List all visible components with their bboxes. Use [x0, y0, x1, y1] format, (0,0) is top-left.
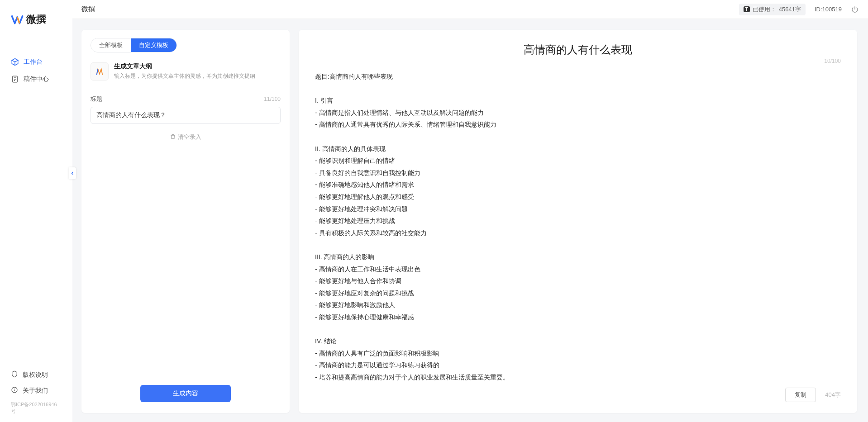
usage-label: 已使用： [753, 5, 776, 14]
user-id: ID:100519 [815, 6, 842, 13]
nav-item-label: 版权说明 [23, 371, 48, 379]
nav-item-label: 关于我们 [23, 387, 48, 395]
sidebar-collapse-button[interactable] [69, 167, 76, 179]
result-body: 题目:高情商的人有哪些表现 I. 引言 - 高情商是指人们处理情绪、与他人互动以… [315, 71, 841, 383]
nav-item-workbench[interactable]: 工作台 [0, 53, 72, 71]
shield-icon [11, 370, 18, 379]
logo-mark-icon [11, 13, 24, 26]
nav-item-drafts[interactable]: 稿件中心 [0, 71, 72, 88]
doc-icon [11, 75, 19, 83]
main: 微撰 T 已使用：45641字 ID:100519 全部模板 自定义模板 [72, 0, 868, 422]
usage-value: 45641字 [779, 5, 801, 14]
nav-item-copyright[interactable]: 版权说明 [0, 367, 72, 383]
result-panel: 高情商的人有什么表现 10/100 题目:高情商的人有哪些表现 I. 引言 - … [299, 30, 857, 413]
tab-all-templates[interactable]: 全部模板 [91, 38, 131, 52]
title-input[interactable] [91, 107, 281, 124]
page-title: 微撰 [81, 5, 95, 14]
nav-item-label: 工作台 [24, 58, 43, 66]
result-title-count: 10/100 [824, 58, 841, 64]
cube-icon [11, 58, 19, 66]
field-char-count: 11/100 [264, 96, 281, 102]
sidebar-bottom: 版权说明 关于我们 鄂ICP备2022016946号 [0, 367, 72, 422]
tab-custom-templates[interactable]: 自定义模板 [131, 38, 176, 52]
brand-logo: 微撰 [0, 0, 72, 35]
icp-text: 鄂ICP备2022016946号 [0, 398, 72, 417]
template-thumb-icon [91, 62, 109, 81]
brand-name: 微撰 [26, 13, 46, 26]
primary-nav: 工作台 稿件中心 [0, 35, 72, 367]
template-title: 生成文章大纲 [114, 62, 281, 71]
clear-input-button[interactable]: 清空录入 [91, 133, 281, 141]
template-tabs: 全部模板 自定义模板 [91, 38, 177, 52]
nav-item-label: 稿件中心 [24, 75, 49, 83]
trash-icon [170, 133, 176, 141]
text-count-icon: T [744, 6, 750, 12]
usage-badge: T 已使用：45641字 [739, 4, 806, 15]
copy-button[interactable]: 复制 [785, 388, 816, 402]
title-field: 标题 11/100 [91, 95, 281, 124]
result-word-count: 404字 [825, 391, 841, 399]
input-panel: 全部模板 自定义模板 生成文章大纲 输入标题，为你提供文章主体的灵感，并为其创建… [81, 30, 290, 413]
clear-label: 清空录入 [178, 133, 201, 141]
sidebar: 微撰 工作台 稿件中心 版权说明 [0, 0, 72, 422]
power-icon[interactable] [851, 5, 859, 14]
template-card: 生成文章大纲 输入标题，为你提供文章主体的灵感，并为其创建推文提纲 [91, 62, 281, 81]
topbar: 微撰 T 已使用：45641字 ID:100519 [72, 0, 868, 19]
field-label: 标题 [91, 95, 102, 103]
result-title: 高情商的人有什么表现 [315, 43, 841, 57]
nav-item-about[interactable]: 关于我们 [0, 383, 72, 398]
info-icon [11, 386, 18, 395]
generate-button[interactable]: 生成内容 [140, 385, 231, 402]
workspace: 全部模板 自定义模板 生成文章大纲 输入标题，为你提供文章主体的灵感，并为其创建… [72, 19, 868, 422]
template-desc: 输入标题，为你提供文章主体的灵感，并为其创建推文提纲 [114, 72, 281, 80]
